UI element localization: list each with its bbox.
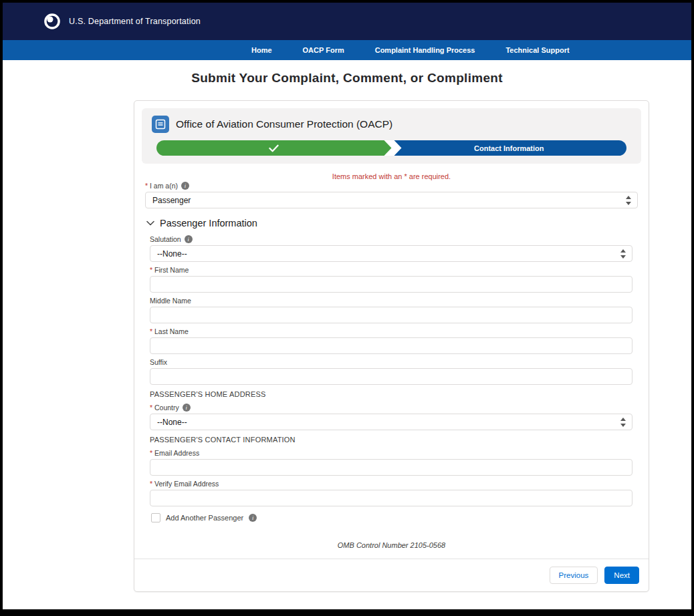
dot-logo-icon bbox=[43, 12, 62, 31]
required-marker: * bbox=[150, 266, 152, 274]
first-name-input[interactable] bbox=[150, 276, 632, 293]
country-select-value: --None-- bbox=[157, 418, 187, 427]
previous-button[interactable]: Previous bbox=[550, 567, 598, 584]
oacp-form-card: Office of Aviation Consumer Protection (… bbox=[134, 100, 649, 592]
chevron-down-icon bbox=[146, 220, 154, 226]
progress-path: Contact Information bbox=[156, 140, 626, 156]
suffix-label: Suffix bbox=[150, 358, 167, 366]
add-passenger-checkbox[interactable] bbox=[151, 513, 160, 522]
required-marker: * bbox=[145, 182, 148, 190]
middle-name-field: Middle Name bbox=[150, 297, 632, 323]
card-title: Office of Aviation Consumer Protection (… bbox=[176, 118, 392, 130]
country-field: * Country --None-- bbox=[150, 404, 632, 430]
last-name-label: Last Name bbox=[154, 327, 189, 335]
email-field: * Email Address bbox=[150, 449, 632, 476]
country-select[interactable]: --None-- bbox=[150, 414, 632, 430]
gov-header: U.S. Department of Transportation bbox=[3, 3, 691, 40]
form-note-icon bbox=[152, 116, 169, 133]
progress-step-current[interactable]: Contact Information bbox=[392, 140, 627, 156]
suffix-field: Suffix bbox=[150, 358, 632, 385]
first-name-field: * First Name bbox=[150, 266, 632, 293]
checkmark-icon bbox=[269, 144, 279, 152]
add-passenger-label: Add Another Passenger bbox=[166, 514, 243, 522]
required-note: Items marked with an * are required. bbox=[134, 172, 649, 180]
progress-step-complete[interactable] bbox=[156, 140, 392, 156]
info-icon[interactable] bbox=[185, 235, 193, 243]
omb-control-number: OMB Control Number 2105-0568 bbox=[145, 541, 638, 549]
browser-frame: U.S. Department of Transportation Home O… bbox=[0, 0, 694, 616]
email-input[interactable] bbox=[150, 459, 632, 476]
page: U.S. Department of Transportation Home O… bbox=[3, 3, 691, 609]
required-marker: * bbox=[150, 449, 152, 457]
info-icon[interactable] bbox=[181, 182, 189, 190]
info-icon[interactable] bbox=[249, 514, 257, 522]
salutation-select[interactable]: --None-- bbox=[150, 245, 632, 262]
country-label: Country bbox=[154, 404, 179, 412]
required-marker: * bbox=[150, 404, 152, 412]
middle-name-label: Middle Name bbox=[150, 297, 191, 305]
suffix-input[interactable] bbox=[150, 368, 632, 385]
iama-select[interactable]: Passenger bbox=[145, 192, 638, 208]
passenger-section-title: Passenger Information bbox=[160, 218, 257, 228]
form-body: * I am a(n) Passenger Passen bbox=[134, 182, 649, 549]
middle-name-input[interactable] bbox=[150, 307, 632, 323]
card-footer: Previous Next bbox=[134, 559, 649, 591]
required-marker: * bbox=[150, 327, 152, 335]
required-marker: * bbox=[150, 480, 152, 488]
card-header: Office of Aviation Consumer Protection (… bbox=[142, 108, 641, 164]
agency-name: U.S. Department of Transportation bbox=[69, 17, 201, 26]
iama-label: I am a(n) bbox=[150, 182, 178, 190]
first-name-label: First Name bbox=[154, 266, 189, 274]
stepper-icon bbox=[620, 249, 626, 259]
salutation-select-value: --None-- bbox=[157, 249, 187, 259]
verify-email-label: Verify Email Address bbox=[154, 480, 219, 488]
next-button[interactable]: Next bbox=[604, 567, 639, 584]
passenger-section-header[interactable]: Passenger Information bbox=[145, 218, 638, 228]
nav-item-home[interactable]: Home bbox=[251, 46, 272, 54]
iama-select-value: Passenger bbox=[152, 196, 191, 205]
nav-item-oacp-form[interactable]: OACP Form bbox=[303, 46, 344, 54]
page-title: Submit Your Complaint, Comment, or Compl… bbox=[3, 71, 691, 86]
verify-email-field: * Verify Email Address bbox=[150, 480, 632, 506]
passenger-section-body: Salutation --None-- * Fi bbox=[145, 235, 638, 522]
add-passenger-row: Add Another Passenger bbox=[151, 513, 632, 522]
salutation-label: Salutation bbox=[150, 235, 181, 243]
home-address-heading: PASSENGER'S HOME ADDRESS bbox=[150, 390, 632, 398]
email-label: Email Address bbox=[154, 449, 199, 457]
contact-info-heading: PASSENGER'S CONTACT INFORMATION bbox=[150, 436, 632, 444]
stepper-icon bbox=[626, 196, 631, 205]
progress-step-label: Contact Information bbox=[474, 144, 544, 152]
last-name-field: * Last Name bbox=[150, 327, 632, 354]
verify-email-input[interactable] bbox=[150, 490, 632, 506]
nav-item-technical-support[interactable]: Technical Support bbox=[505, 46, 569, 54]
stepper-icon bbox=[620, 418, 626, 427]
salutation-field: Salutation --None-- bbox=[150, 235, 632, 262]
nav-item-complaint-handling[interactable]: Complaint Handling Process bbox=[375, 46, 475, 54]
main-nav: Home OACP Form Complaint Handling Proces… bbox=[3, 40, 691, 60]
iama-field: * I am a(n) Passenger bbox=[145, 182, 638, 208]
last-name-input[interactable] bbox=[150, 337, 632, 354]
info-icon[interactable] bbox=[183, 404, 191, 412]
